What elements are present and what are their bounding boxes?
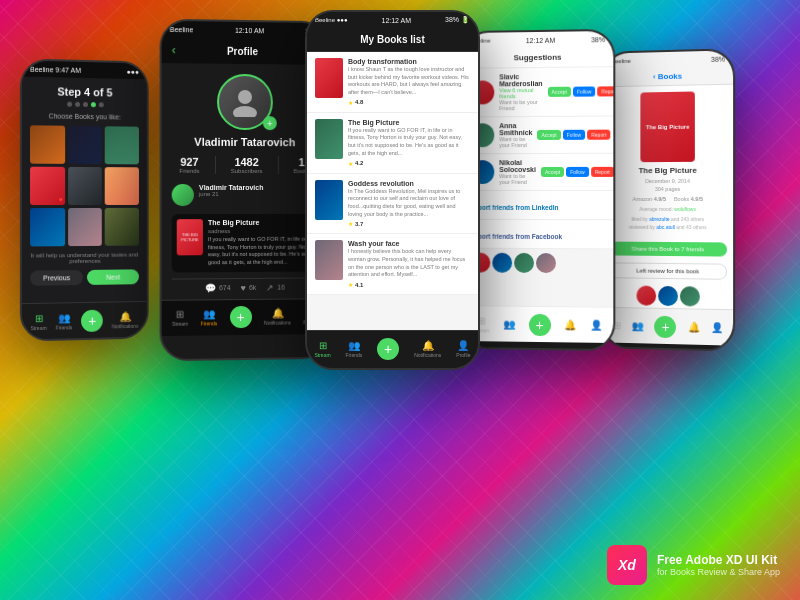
- phone-suggestions: Beeline 12:12 AM 38% Suggestions Slavic …: [461, 29, 616, 351]
- p4-friends-icon: 👥: [503, 319, 515, 330]
- book-title-3: Goddess revolution: [348, 180, 470, 187]
- add-button[interactable]: +: [81, 309, 103, 331]
- p3-notifications-label: Notifications: [414, 352, 441, 358]
- p5-tab-profile[interactable]: 👤: [711, 322, 723, 333]
- tab-friends[interactable]: 👥 Friends: [56, 312, 73, 330]
- report-btn-1[interactable]: Report: [597, 86, 613, 96]
- suggestion-1: Slavic Marderoslian View 6 mutual friend…: [463, 67, 614, 117]
- sug-sub-1: Want to be your Friend: [499, 99, 542, 111]
- divider-2: [277, 156, 278, 174]
- book-text-4: I honestly believe this book can help ev…: [348, 248, 470, 279]
- svg-point-1: [233, 106, 257, 117]
- p3-add-button[interactable]: +: [377, 338, 399, 360]
- friend-avatar-2: [492, 253, 512, 273]
- p4-tab-profile[interactable]: 👤: [590, 320, 602, 331]
- review-info: Vladimir Tatarovich june 21: [199, 184, 317, 206]
- report-btn-2[interactable]: Report: [587, 130, 610, 140]
- book-cover-wash: [315, 240, 343, 280]
- suggestion-3: Nikolai Solocovski Want to be your Frien…: [463, 154, 614, 191]
- p2-tab-friends[interactable]: 👥 Friends: [201, 309, 218, 327]
- book-rating-4: ★ 4.1: [348, 281, 470, 288]
- book-cover-3[interactable]: [105, 126, 139, 164]
- p3-carrier: Beeline ●●●: [315, 17, 348, 23]
- phone5-tab-bar: ⊞ 👥 + 🔔 👤: [603, 307, 733, 346]
- facebook-import[interactable]: Import friends from Facebook: [463, 220, 614, 250]
- p3-tab-notifications[interactable]: 🔔 Notifications: [414, 340, 441, 358]
- book-cover-2[interactable]: [68, 126, 102, 164]
- book-text-3: In The Goddess Revolution, Mel inspires …: [348, 188, 470, 219]
- p5-tab-friends[interactable]: 👥: [632, 320, 644, 331]
- p3-notifications-icon: 🔔: [422, 340, 434, 351]
- book-rating-2: ★ 4.2: [348, 160, 470, 167]
- p4-tab-notifications[interactable]: 🔔: [564, 319, 576, 330]
- sug-sub-2: Want to be your Friend: [499, 136, 532, 148]
- p5-add-button[interactable]: +: [655, 315, 677, 337]
- review-book-cover: THE BIG PICTURE: [177, 219, 203, 255]
- p2-stream-icon: ⊞: [176, 309, 184, 320]
- book-cover-7[interactable]: [30, 208, 65, 246]
- p3-friends-label: Friends: [346, 352, 363, 358]
- dot-3: [83, 102, 88, 107]
- book-cover-9[interactable]: [105, 208, 139, 246]
- p4-tab-friends[interactable]: 👥: [503, 319, 515, 330]
- book-text-2: If you really want to GO FOR IT, in life…: [348, 127, 470, 158]
- book-cover-5[interactable]: [68, 167, 102, 205]
- phone3-tab-bar: ⊞ Stream 👥 Friends + 🔔 Notifications 👤 P…: [307, 330, 478, 366]
- rating-num-1: 4.8: [355, 99, 363, 105]
- dot-5: [98, 102, 103, 107]
- p3-profile-icon: 👤: [457, 340, 469, 351]
- friends-icon: 👥: [58, 312, 70, 323]
- reviewed-by: liked by abrezulte and 243 others review…: [609, 216, 727, 231]
- next-button[interactable]: Next: [87, 269, 139, 285]
- accept-btn-1[interactable]: Accept: [548, 87, 571, 97]
- p2-tab-stream[interactable]: ⊞ Stream: [172, 309, 188, 327]
- book-cover-4[interactable]: ♥: [30, 167, 65, 205]
- report-btn-3[interactable]: Report: [591, 167, 613, 177]
- p4-profile-icon: 👤: [590, 320, 602, 331]
- p3-tab-friends[interactable]: 👥 Friends: [346, 340, 363, 358]
- book-cover-1[interactable]: [30, 125, 65, 164]
- accept-btn-2[interactable]: Accept: [537, 130, 560, 140]
- review-book-button[interactable]: Left review for this book: [609, 262, 727, 279]
- sug-btns-3: Accept Follow Report: [541, 167, 613, 177]
- linkedin-import[interactable]: Import friends from LinkedIn: [463, 191, 614, 220]
- rating-num-3: 3.7: [355, 221, 363, 227]
- book-item-4[interactable]: Wash your face I honestly believe this b…: [307, 234, 478, 295]
- p3-battery: 38% 🔋: [445, 16, 470, 24]
- rating-num-4: 4.1: [355, 282, 363, 288]
- tab-stream[interactable]: ⊞ Stream: [30, 312, 46, 330]
- book-title-4: Wash your face: [348, 240, 470, 247]
- back-icon[interactable]: ‹: [172, 43, 176, 57]
- share-book-button[interactable]: Share this Book to 7 friends: [609, 242, 727, 257]
- branding-bar: Xd Free Adobe XD UI Kit for Books Review…: [607, 545, 780, 585]
- book-item-3[interactable]: Goddess revolution In The Goddess Revolu…: [307, 174, 478, 235]
- p3-tab-stream[interactable]: ⊞ Stream: [314, 340, 330, 358]
- avatar-container: +: [172, 73, 318, 130]
- divider-1: [215, 156, 216, 174]
- follow-btn-2[interactable]: Follow: [563, 130, 586, 140]
- p4-add-button[interactable]: +: [529, 313, 551, 335]
- p2-friends-label: Friends: [201, 321, 218, 327]
- books-grid: ♥: [30, 125, 139, 246]
- p5-profile-icon: 👤: [711, 322, 723, 333]
- p3-tab-profile[interactable]: 👤 Profile: [456, 340, 470, 358]
- phone-book-detail: Beeline 38% ‹ Books The Big Picture The …: [601, 48, 735, 352]
- phone2-time: 12:10 AM: [235, 26, 264, 33]
- p3-friends-icon: 👥: [348, 340, 360, 351]
- book-item-1[interactable]: Body transformation I know Shaun T as th…: [307, 52, 478, 113]
- previous-button[interactable]: Previous: [30, 270, 83, 286]
- p2-tab-notifications[interactable]: 🔔 Notifications: [264, 308, 291, 326]
- sug-name-3: Nikolai Solocovski: [499, 159, 536, 173]
- tab-notifications[interactable]: 🔔 Notifications: [112, 310, 139, 328]
- follow-btn-1[interactable]: Follow: [573, 86, 596, 96]
- p2-add-button[interactable]: +: [230, 306, 252, 328]
- dot-2: [75, 102, 80, 107]
- book-item-2[interactable]: The Big Picture If you really want to GO…: [307, 113, 478, 174]
- back-books-link[interactable]: ‹ Books: [609, 71, 727, 83]
- book-cover-8[interactable]: [68, 208, 102, 246]
- book-cover-6[interactable]: [105, 167, 139, 205]
- follow-btn-3[interactable]: Follow: [566, 167, 589, 177]
- accept-btn-3[interactable]: Accept: [541, 167, 564, 177]
- avatar-plus-icon[interactable]: +: [263, 116, 277, 130]
- p5-tab-notifications[interactable]: 🔔: [688, 321, 700, 332]
